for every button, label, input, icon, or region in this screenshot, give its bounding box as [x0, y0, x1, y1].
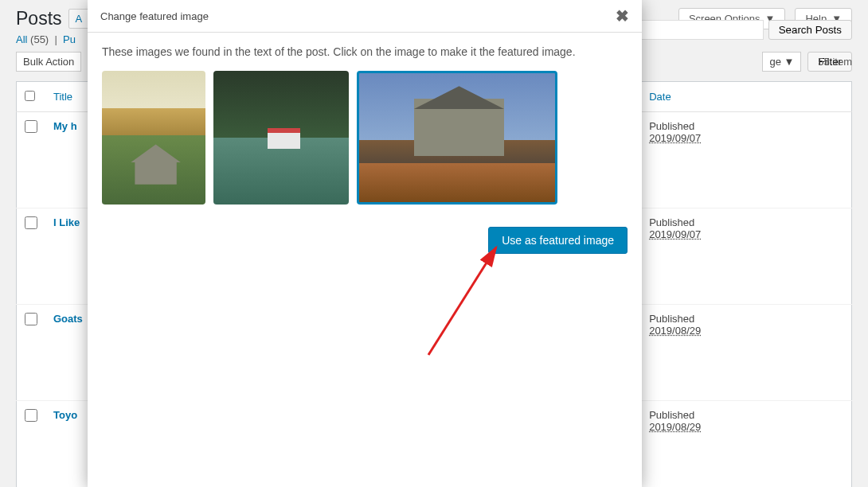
modal-message: These images we found in the text of the…: [102, 45, 628, 58]
change-featured-image-modal: Change featured image ✖ These images we …: [88, 0, 642, 487]
candidate-image-1[interactable]: [102, 71, 205, 205]
modal-title: Change featured image: [100, 10, 209, 22]
candidate-image-3-selected[interactable]: [357, 71, 557, 205]
modal-close-button[interactable]: ✖: [616, 6, 629, 25]
use-as-featured-button[interactable]: Use as featured image: [488, 227, 628, 254]
candidate-image-2[interactable]: [213, 71, 349, 205]
